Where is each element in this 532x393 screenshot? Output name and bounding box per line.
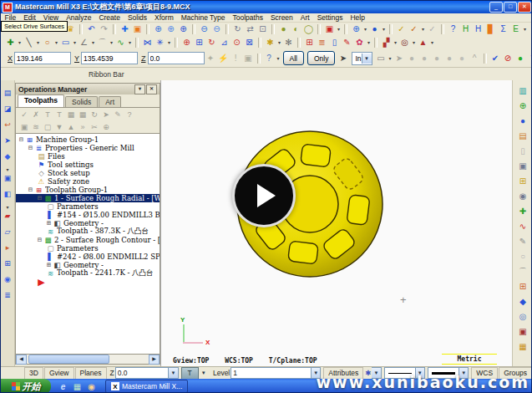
tool-button[interactable]: T [181, 367, 199, 380]
expander-icon[interactable]: ⊟ [37, 196, 43, 202]
gview-help-dropdown-icon[interactable]: ▾ [276, 55, 281, 61]
select-window-icon[interactable]: ▭ [375, 53, 388, 64]
break-many-icon[interactable]: ✳ [154, 37, 166, 48]
expander-icon[interactable]: ⊟ [18, 137, 24, 143]
zoom-window-icon[interactable]: ⊕ [152, 23, 165, 35]
create-fillet-icon[interactable]: ∠ [78, 37, 90, 48]
menu-item-screen[interactable]: Screen [266, 13, 296, 22]
create-fillet-dropdown-icon[interactable]: ▾ [90, 39, 96, 45]
ops-move-down-icon[interactable]: ▼ [53, 121, 65, 132]
analyze-position-icon[interactable]: ? [447, 23, 459, 35]
graphics-viewport[interactable]: + Y X Gview:TOP WCS:TOP T/Cplane:TOP Met… [160, 80, 512, 366]
select-validate-icon[interactable]: ✔ [489, 53, 502, 64]
view-monitor-icon[interactable]: ▥ [516, 84, 529, 97]
z-depth-field[interactable]: 0.0 [115, 367, 170, 379]
create-line-dropdown-icon[interactable]: ▾ [35, 39, 41, 45]
taskbar-task-button[interactable]: X Mastercam Mill X... [105, 380, 188, 393]
ops-move-up-icon[interactable]: ▲ [65, 121, 77, 132]
backplot-icon[interactable]: ◎ [398, 37, 411, 48]
toolpath-grid-icon[interactable]: ⊞ [303, 37, 316, 48]
clear-attributes-icon[interactable]: ✓ [426, 23, 438, 35]
configure-icon[interactable]: ▣ [242, 53, 255, 64]
zoom-out-80-icon[interactable]: ⊖ [210, 23, 223, 35]
zoom-in-icon[interactable]: ⊕ [177, 23, 190, 35]
dock-flag-icon[interactable]: ▸ [2, 242, 13, 253]
ops-select-all-icon[interactable]: ✓ [18, 109, 30, 120]
ops-toolpath-display-icon[interactable]: ≋ [30, 121, 42, 132]
x-coord-input[interactable] [14, 52, 71, 64]
level-manager-icon[interactable]: E [509, 23, 522, 35]
dock-globe-icon[interactable]: ◉ [2, 273, 13, 285]
dock-pointer-icon[interactable]: ➤ [2, 135, 13, 146]
dock-screenshot-icon[interactable]: ◪ [2, 103, 13, 115]
level-field[interactable]: 1 [231, 367, 312, 379]
close-button[interactable]: ✕ [518, 2, 531, 13]
view-rotate-globe-icon[interactable]: ◉ [516, 190, 529, 202]
ops-select-none-icon[interactable]: ✗ [30, 109, 42, 120]
view-groups-icon[interactable]: ▣ [516, 325, 529, 338]
ops-regen-all-icon[interactable]: T [53, 109, 65, 120]
gview-help-icon[interactable]: ? [263, 53, 276, 64]
planes-sphere-icon[interactable]: ● [368, 23, 381, 35]
show-desktop-icon[interactable]: ▦ [72, 381, 83, 392]
tree-item[interactable]: ≋Toolpath - 387.3K - 八凸台 [16, 227, 160, 236]
chevron-down-icon[interactable]: ▼ [362, 54, 372, 64]
internet-explorer-icon[interactable]: e [58, 381, 68, 392]
view-grid-icon[interactable]: ⊞ [516, 280, 529, 293]
dock-layer-icon[interactable]: ▱ [2, 226, 13, 237]
tree-item[interactable]: ⚑Tool settings [16, 161, 160, 169]
solids-manager-icon[interactable]: ▊ [484, 23, 497, 35]
select-entity-3-icon[interactable]: ● [431, 53, 443, 64]
create-rectangle-dropdown-icon[interactable]: ▾ [72, 39, 78, 45]
scrollbar-thumb[interactable] [28, 355, 109, 364]
tree-item[interactable]: ▤Files [16, 152, 160, 161]
view-world-icon[interactable]: ◎ [516, 310, 529, 323]
view-drop-icon[interactable]: ◆ [516, 295, 529, 308]
tree-item[interactable]: ▢Parameters [16, 202, 160, 211]
menu-item-machine-type[interactable]: Machine Type [177, 13, 229, 22]
verify-icon[interactable]: ▞ [380, 37, 393, 48]
dock-fold-icon[interactable]: ▰ [2, 210, 13, 222]
select-window-dropdown-icon[interactable]: ▾ [388, 55, 393, 61]
tree-item[interactable]: ▌#154 - Ø15.00 ENDMILL3 BUL [16, 211, 160, 219]
menu-item-solids[interactable]: Solids [124, 13, 150, 22]
tree-item[interactable]: ▌#242 - Ø8.00 ENDMILL2 SPHE [16, 253, 160, 261]
minimize-button[interactable]: _ [489, 2, 503, 13]
select-entity-5-icon[interactable]: ● [456, 53, 469, 64]
wireframe-icon[interactable]: ◯ [302, 23, 315, 35]
dock-window-icon[interactable]: ▣ [2, 172, 13, 184]
tree-item[interactable]: ⊟⊞Machine Group-1 [16, 135, 160, 144]
tab-toolpaths[interactable]: Toolpaths [18, 94, 64, 107]
control-definition-icon[interactable]: ✻ [282, 37, 295, 48]
gview-globe-dropdown-icon[interactable]: ▾ [362, 26, 368, 32]
view-print-icon[interactable]: ▣ [516, 160, 529, 172]
view-sphere-icon[interactable]: ● [516, 115, 529, 127]
xform-rotate-icon[interactable]: ↻ [205, 37, 218, 48]
fastpoint-icon[interactable]: ✦ [205, 53, 217, 64]
dock-grid-icon[interactable]: ⊞ [2, 258, 13, 269]
ops-zoom-icon[interactable]: ⊕ [100, 121, 112, 132]
ops-lock-icon[interactable]: ▣ [18, 121, 30, 132]
maximize-button[interactable]: □ [504, 2, 517, 13]
create-rectangle-icon[interactable]: ▭ [59, 37, 72, 48]
operations-manager-titlebar[interactable]: Operations Manager ▾ ✕ [16, 84, 160, 94]
dock-list-icon[interactable]: ≣ [2, 289, 13, 301]
viewsheets-dropdown-icon[interactable]: ▾ [336, 26, 342, 32]
view-doc-icon[interactable]: ▯ [516, 145, 529, 157]
shade-on-icon[interactable]: ● [277, 23, 290, 35]
zoom-target-icon[interactable]: ⊕ [165, 23, 177, 35]
blank-entity-icon[interactable]: H [472, 23, 484, 35]
view-spline-icon[interactable]: ⌒ [516, 265, 529, 278]
post-process-icon[interactable]: ▲ [417, 37, 429, 48]
dock-clipboard-icon[interactable]: ▤ [2, 87, 13, 99]
ops-refresh-icon[interactable]: ↻ [89, 109, 100, 120]
pan-icon[interactable]: ⇄ [244, 23, 256, 35]
ops-scissors-icon[interactable]: ✂ [89, 121, 100, 132]
expander-icon[interactable]: ⊞ [46, 263, 52, 268]
horizontal-scrollbar[interactable]: ◀ ▶ [16, 354, 160, 364]
machine-definition-icon[interactable]: ✱ [264, 37, 276, 48]
z-depth-dropdown-icon[interactable]: ▼ [169, 367, 178, 379]
analyze-sigma-icon[interactable]: Σ [497, 23, 509, 35]
tree-item[interactable]: ▢Parameters [16, 244, 160, 253]
expander-icon[interactable]: ⊟ [37, 237, 43, 243]
